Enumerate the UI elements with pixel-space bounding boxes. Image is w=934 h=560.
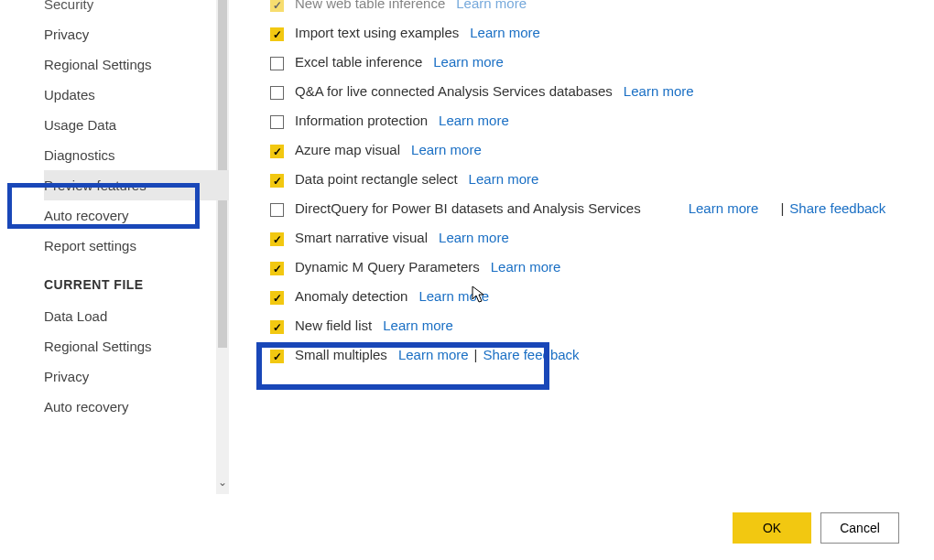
learn-more-link[interactable]: Learn more bbox=[411, 142, 482, 157]
checkbox-info-protection[interactable] bbox=[270, 115, 284, 129]
feature-label: New web table inference bbox=[295, 0, 445, 11]
sidebar-item-updates[interactable]: Updates bbox=[44, 80, 229, 110]
sidebar-item-auto-recovery[interactable]: Auto recovery bbox=[44, 200, 229, 231]
feature-row-info-protection: Information protection Learn more bbox=[270, 106, 934, 135]
feature-row-dynamic-m-query: Dynamic M Query Parameters Learn more bbox=[270, 253, 934, 282]
feature-label: Dynamic M Query Parameters bbox=[295, 259, 480, 275]
checkbox-excel-table[interactable] bbox=[270, 57, 284, 70]
checkbox-anomaly-detection[interactable] bbox=[270, 291, 284, 305]
feature-row-small-multiples: Small multiples Learn more | Share feedb… bbox=[270, 340, 934, 370]
feature-row-import-text: Import text using examples Learn more bbox=[270, 18, 934, 48]
checkbox-new-field-list[interactable] bbox=[270, 320, 284, 334]
feature-label: Small multiples bbox=[295, 347, 387, 362]
sidebar-scrollbar[interactable]: ⌄ bbox=[216, 0, 229, 494]
feature-label: DirectQuery for Power BI datasets and An… bbox=[295, 200, 641, 216]
sidebar-item-file-auto-recovery[interactable]: Auto recovery bbox=[44, 392, 229, 422]
sidebar-item-security[interactable]: Security bbox=[44, 0, 229, 19]
sidebar-item-privacy[interactable]: Privacy bbox=[44, 19, 229, 49]
checkbox-dynamic-m-query[interactable] bbox=[270, 262, 284, 275]
learn-more-link[interactable]: Learn more bbox=[624, 83, 694, 99]
share-feedback-link[interactable]: Share feedback bbox=[483, 347, 580, 362]
feature-row-smart-narrative: Smart narrative visual Learn more bbox=[270, 223, 934, 253]
dialog-footer: OK Cancel bbox=[733, 512, 899, 544]
options-sidebar: Security Privacy Regional Settings Updat… bbox=[0, 0, 229, 494]
learn-more-link[interactable]: Learn more bbox=[433, 54, 504, 70]
feature-row-excel-table: Excel table inference Learn more bbox=[270, 48, 934, 77]
cancel-button[interactable]: Cancel bbox=[820, 512, 899, 544]
feature-row-data-point-rect: Data point rectangle select Learn more bbox=[270, 165, 934, 194]
sidebar-item-usage-data[interactable]: Usage Data bbox=[44, 110, 229, 140]
checkbox-import-text[interactable] bbox=[270, 27, 284, 41]
feature-row-azure-map: Azure map visual Learn more bbox=[270, 135, 934, 165]
feature-row-anomaly-detection: Anomaly detection Learn more bbox=[270, 282, 934, 311]
learn-more-link[interactable]: Learn more bbox=[439, 113, 509, 128]
sidebar-section-current-file: CURRENT FILE bbox=[44, 261, 229, 301]
checkbox-direct-query[interactable] bbox=[270, 203, 284, 217]
chevron-down-icon[interactable]: ⌄ bbox=[218, 478, 227, 487]
feature-row-new-field-list: New field list Learn more bbox=[270, 311, 934, 340]
feature-label: Information protection bbox=[295, 113, 428, 128]
learn-more-link[interactable]: Learn more bbox=[470, 25, 540, 40]
feature-label: Excel table inference bbox=[295, 54, 422, 70]
feature-label: Data point rectangle select bbox=[295, 171, 458, 187]
learn-more-link[interactable]: Learn more bbox=[491, 259, 561, 275]
feature-label: Anomaly detection bbox=[295, 288, 407, 304]
divider-pipe: | bbox=[780, 200, 784, 216]
sidebar-item-regional-settings[interactable]: Regional Settings bbox=[44, 49, 229, 80]
feature-row-new-web-table: New web table inference Learn more bbox=[270, 0, 934, 18]
sidebar-item-data-load[interactable]: Data Load bbox=[44, 301, 229, 331]
sidebar-item-report-settings[interactable]: Report settings bbox=[44, 231, 229, 261]
share-feedback-link[interactable]: Share feedback bbox=[789, 200, 885, 216]
learn-more-link[interactable]: Learn more bbox=[439, 230, 509, 245]
feature-row-qa-analysis: Q&A for live connected Analysis Services… bbox=[270, 77, 934, 106]
learn-more-link[interactable]: Learn more bbox=[689, 200, 759, 216]
checkbox-new-web-table[interactable] bbox=[270, 0, 284, 12]
learn-more-link[interactable]: Learn more bbox=[456, 0, 527, 11]
learn-more-link[interactable]: Learn more bbox=[418, 288, 489, 304]
checkbox-data-point-rect[interactable] bbox=[270, 174, 284, 188]
learn-more-link[interactable]: Learn more bbox=[469, 171, 539, 187]
feature-row-direct-query: DirectQuery for Power BI datasets and An… bbox=[270, 194, 934, 223]
sidebar-item-diagnostics[interactable]: Diagnostics bbox=[44, 140, 229, 170]
preview-features-panel: New web table inference Learn more Impor… bbox=[229, 0, 934, 494]
checkbox-azure-map[interactable] bbox=[270, 145, 284, 158]
feature-label: Azure map visual bbox=[295, 142, 400, 157]
divider-pipe: | bbox=[474, 347, 478, 362]
feature-label: New field list bbox=[295, 318, 372, 333]
learn-more-link[interactable]: Learn more bbox=[383, 318, 453, 333]
sidebar-item-file-privacy[interactable]: Privacy bbox=[44, 361, 229, 392]
feature-label: Import text using examples bbox=[295, 25, 459, 40]
checkbox-smart-narrative[interactable] bbox=[270, 232, 284, 246]
feature-label: Smart narrative visual bbox=[295, 230, 428, 245]
sidebar-item-file-regional-settings[interactable]: Regional Settings bbox=[44, 331, 229, 361]
feature-label: Q&A for live connected Analysis Services… bbox=[295, 83, 613, 99]
checkbox-qa-analysis[interactable] bbox=[270, 86, 284, 100]
learn-more-link[interactable]: Learn more bbox=[398, 347, 469, 362]
sidebar-item-preview-features[interactable]: Preview features bbox=[44, 170, 229, 200]
checkbox-small-multiples[interactable] bbox=[270, 350, 284, 363]
ok-button[interactable]: OK bbox=[733, 512, 811, 544]
